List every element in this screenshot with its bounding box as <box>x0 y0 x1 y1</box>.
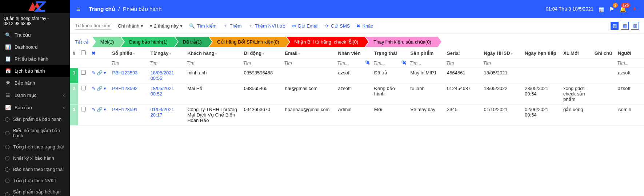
filter-ng[interactable] <box>617 60 642 66</box>
sub-bieu-do[interactable]: Biểu đồ tăng giảm bảo hành <box>0 125 70 141</box>
col-trang-thai[interactable]: Trạng thái <box>371 48 408 59</box>
cell-nguoi: Admin <box>615 105 644 126</box>
col-email[interactable]: Email♦ <box>282 48 335 59</box>
sub-sp-da-bh[interactable]: Sản phẩm đã bảo hành <box>0 114 70 125</box>
cell-so-phieu[interactable]: PBH123592 <box>109 83 147 105</box>
tab-receive-vendor[interactable]: Nhận BH từ hãng, check lỗi(0) <box>287 37 365 47</box>
view-grid-icon[interactable]: ▥ <box>631 22 639 30</box>
tab-replace-part[interactable]: Thay linh kiện, sửa chữa(0) <box>365 37 437 47</box>
branch-select[interactable]: Chi nhánh ▾ <box>118 23 143 29</box>
tab-new[interactable]: Mới(1) <box>92 37 121 47</box>
col-di-dong[interactable]: Di động♦ <box>241 48 282 59</box>
cell-hhsd: 18/05/2021 <box>481 68 522 83</box>
sub-sap-het-han[interactable]: Sản phẩm sắp hết hạn bh <box>0 186 70 196</box>
view-list-icon[interactable]: ▤ <box>611 22 619 30</box>
row-number: 3 <box>70 105 78 126</box>
breadcrumb: Trang chủ / Phiếu bảo hành <box>89 6 162 12</box>
tab-in-warranty[interactable]: Đang bảo hành(1) <box>121 37 174 47</box>
col-tu-ngay[interactable]: Từ ngày♦ <box>148 48 185 59</box>
filter-sr[interactable] <box>446 60 479 66</box>
range-select[interactable]: ▾2 tháng này ▾ <box>150 23 183 29</box>
caret-down-icon: ▾ <box>104 86 106 91</box>
sub-nhat-ky[interactable]: Nhật ký xl bảo hành <box>0 152 70 164</box>
tab-send-vendor[interactable]: Gửi hãng Đổi SP/Linh kiện(0) <box>209 37 286 47</box>
row-check[interactable] <box>81 70 86 75</box>
other-button[interactable]: ✖Khác <box>356 23 373 29</box>
keyword-input[interactable] <box>75 22 111 30</box>
check-all[interactable] <box>81 50 86 55</box>
cell-khach-hang: minh anh <box>184 68 241 83</box>
clear-icon[interactable]: ✖ <box>403 60 406 65</box>
breadcrumb-home[interactable]: Trang chủ <box>89 6 116 12</box>
cell-tu-ngay[interactable]: 01/04/2021 20:17 <box>148 105 185 126</box>
tab-all[interactable]: Tất cả <box>75 38 92 46</box>
nav-warranty[interactable]: ⚒Bảo hành <box>0 77 70 89</box>
col-san-pham[interactable]: Sản phẩm <box>408 48 444 59</box>
filter-kh[interactable] <box>187 60 239 66</box>
cell-tu-ngay[interactable]: 18/05/2021 00:52 <box>148 83 185 105</box>
filter-em[interactable] <box>284 60 333 66</box>
toolbar: Chi nhánh ▾ ▾2 tháng này ▾ 🔍Tìm kiếm ＋Th… <box>70 18 644 34</box>
bell-icon[interactable]: 🔔126 <box>619 6 627 13</box>
list-icon: ☰ <box>5 93 11 98</box>
nav-report[interactable]: 📈Báo cáo <box>0 101 70 114</box>
edit-icon: ✎ <box>92 70 96 75</box>
flag-icon[interactable]: ⚑2 <box>609 6 614 13</box>
sub-bh-trang-thai[interactable]: Bảo hành theo trạng thái <box>0 164 70 175</box>
col-nguoi[interactable]: Người <box>615 48 644 59</box>
col-nhan-vien[interactable]: Nhân viên <box>335 48 371 59</box>
menu-toggle-icon[interactable]: ≡ <box>75 4 82 15</box>
col-khach-hang[interactable]: Khách hàng♦ <box>184 48 241 59</box>
cell-di-dong: 03598596468 <box>241 68 282 83</box>
cell-serial: 4564561 <box>444 68 481 83</box>
close-icon: ✖ <box>356 23 360 29</box>
row-actions[interactable]: ✎🔗▾ <box>92 107 106 112</box>
cell-hen-tiep: 28/05/2021 00:54 <box>522 83 560 105</box>
col-hhsd[interactable]: Ngày HHSD♦ <box>481 48 522 59</box>
apps-icon[interactable]: ▦ <box>599 6 604 13</box>
cell-so-phieu[interactable]: PBH123593 <box>109 68 147 83</box>
row-check[interactable] <box>81 107 86 111</box>
nav-warranty-slip[interactable]: 🧾Phiếu bảo hành <box>0 53 70 65</box>
nav-category[interactable]: ☰Danh mục <box>0 89 70 101</box>
email-button[interactable]: ✉Gửi Email <box>292 23 319 29</box>
row-check[interactable] <box>81 86 86 90</box>
filter-dd[interactable] <box>243 60 280 66</box>
row-actions[interactable]: ✎🔗▾ <box>92 86 106 91</box>
breadcrumb-page[interactable]: Phiếu bảo hành <box>123 6 161 12</box>
search-button[interactable]: 🔍Tìm kiếm <box>189 23 216 29</box>
clear-icon[interactable]: ✖ <box>366 60 370 65</box>
nav-warranty-calendar[interactable]: 📅Lịch bảo hành <box>0 65 70 77</box>
filter-so[interactable] <box>111 60 145 66</box>
cell-hen-tiep <box>522 68 560 83</box>
add-button[interactable]: ＋Thêm <box>223 23 241 29</box>
filter-sp[interactable] <box>410 60 442 66</box>
nav-search[interactable]: 🔍Tra cứu <box>0 29 70 41</box>
tab-returned[interactable]: Đã trả(1) <box>175 37 208 47</box>
col-actions[interactable]: ✖ <box>89 48 109 59</box>
col-so-phieu[interactable]: Số phiếu♦ <box>109 48 147 59</box>
nav-dashboard[interactable]: 📊Dashboard <box>0 41 70 53</box>
topbar: ≡ Trang chủ / Phiếu bảo hành 01:04 Thứ 3… <box>70 0 644 18</box>
cell-tu-ngay[interactable]: 18/05/2021 00:55 <box>148 68 185 83</box>
row-actions[interactable]: ✎🔗▾ <box>92 70 106 75</box>
cell-so-phieu[interactable]: PBH123591 <box>109 105 147 126</box>
filter-nv[interactable] <box>337 60 369 66</box>
brand-icon[interactable] <box>632 5 639 13</box>
cell-email: hai@gmail.com <box>282 83 335 105</box>
cell-xl-moi: xong gdd1 check sản phẩm <box>560 83 592 105</box>
add-nvh-button[interactable]: ＋Thêm NVH.trợ <box>248 23 285 29</box>
filter-tu[interactable] <box>150 60 183 66</box>
filter-tt[interactable] <box>373 60 405 66</box>
cell-di-dong: 0943653670 <box>241 105 282 126</box>
col-ghi-chu[interactable]: Ghi chú <box>592 48 615 59</box>
filter-hh[interactable] <box>483 60 520 66</box>
col-hen-tiep[interactable]: Ngày hẹn tiếp <box>522 48 560 59</box>
col-serial[interactable]: Serial <box>444 48 481 59</box>
view-calendar-icon[interactable]: ▦ <box>621 22 629 30</box>
sub-tong-hop-nvkt[interactable]: Tổng hợp theo NVKT <box>0 175 70 186</box>
cell-email <box>282 68 335 83</box>
sms-button[interactable]: ✈Gửi SMS <box>325 23 350 29</box>
sub-tong-hop-trang-thai[interactable]: Tổng hợp theo trạng thái <box>0 141 70 152</box>
col-xl-moi[interactable]: XL Mới <box>560 48 592 59</box>
